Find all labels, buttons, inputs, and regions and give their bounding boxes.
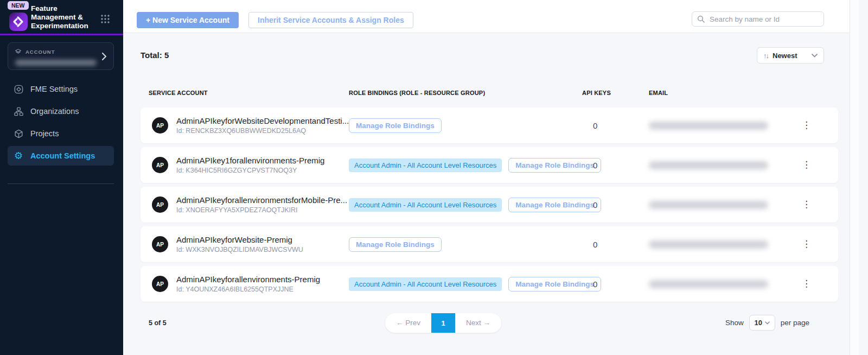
accent-divider	[0, 34, 123, 35]
column-header-role-bindings: ROLE BINDINGS (ROLE - RESOURCE GROUP)	[349, 90, 582, 96]
inherit-service-accounts-button[interactable]: Inherit Service Accounts & Assign Roles	[248, 12, 413, 28]
next-page-button[interactable]: Next →	[455, 313, 501, 333]
org-chart-icon	[13, 106, 24, 117]
page-size-control: Show 10 per page	[725, 315, 809, 331]
email-redacted	[649, 161, 768, 169]
pagination-summary: 5 of 5	[149, 319, 167, 327]
table-row: AP AdminAPIkeyforWebsite-Premig Id: WXK3…	[141, 226, 838, 262]
avatar: AP	[152, 117, 168, 134]
service-account-id: Id: Y4OUNXZ46A6IBL6255QTPXJJNE	[176, 286, 320, 293]
sort-selected-value: Newest	[773, 52, 807, 60]
kebab-menu-icon[interactable]: ⋮	[802, 238, 811, 249]
page-size-value: 10	[755, 319, 762, 327]
role-binding-badge: Account Admin - All Account Level Resour…	[349, 277, 502, 291]
search-input[interactable]	[692, 11, 824, 27]
sidebar-header: NEW Feature Management & Experimentation	[0, 0, 123, 34]
service-account-id: Id: RENCKBZ3XQ6UBBWWEDKD25L6AQ	[176, 127, 349, 135]
sidebar-item-fme-settings[interactable]: FME Settings	[8, 79, 114, 99]
avatar: AP	[152, 276, 168, 292]
per-page-label: per page	[781, 319, 809, 327]
account-name-redacted	[15, 60, 97, 66]
table-row: AP AdminAPIkeyforWebsiteDevelopmentandTe…	[141, 107, 838, 143]
service-account-id: Id: WXK3NVOJBQZILIDMAVBJWCSVWU	[176, 246, 303, 253]
app-logo-icon	[9, 12, 28, 31]
role-binding-badge: Account Admin - All Account Level Resour…	[349, 159, 502, 172]
table-row: AP AdminAPIkeyforallenvironments-Premig …	[141, 266, 838, 302]
new-badge: NEW	[8, 1, 29, 10]
main-area: + New Service Account Inherit Service Ac…	[123, 0, 859, 355]
sidebar-item-label: Projects	[30, 129, 59, 138]
service-account-name: AdminAPIkeyforWebsite-Premig	[176, 235, 303, 244]
app-title: Feature Management & Experimentation	[31, 4, 99, 30]
chevron-down-icon	[765, 321, 770, 325]
email-redacted	[649, 280, 768, 288]
page-size-select[interactable]: 10	[749, 315, 775, 331]
email-redacted	[649, 201, 768, 209]
column-header-email: EMAIL	[649, 90, 802, 96]
gear-icon: ⚙	[13, 150, 24, 161]
search-box	[692, 11, 824, 27]
sidebar: NEW Feature Management & Experimentation	[0, 0, 123, 355]
sidebar-item-label: Account Settings	[30, 151, 95, 160]
avatar: AP	[152, 196, 168, 213]
sidebar-item-label: FME Settings	[30, 85, 78, 93]
sidebar-item-label: Organizations	[30, 107, 79, 116]
sidebar-divider	[8, 183, 114, 184]
show-label: Show	[725, 319, 744, 327]
sidebar-item-projects[interactable]: Projects	[8, 124, 114, 143]
api-keys-count: 0	[582, 240, 649, 249]
table-row: AP AdminAPIkeyforallenvironmentsforMobil…	[141, 187, 838, 223]
kebab-menu-icon[interactable]: ⋮	[802, 199, 811, 210]
table-header-row: SERVICE ACCOUNT ROLE BINDINGS (ROLE - RE…	[141, 90, 838, 96]
manage-role-bindings-button[interactable]: Manage Role Bindings	[349, 118, 442, 133]
service-account-table: AP AdminAPIkeyforWebsiteDevelopmentandTe…	[141, 107, 838, 306]
email-redacted	[649, 240, 768, 249]
sidebar-nav: FME Settings Organizations Projects	[8, 79, 114, 168]
service-account-name: AdminAPIkeyforallenvironmentsforMobile-P…	[176, 195, 347, 205]
kebab-menu-icon[interactable]: ⋮	[802, 278, 811, 289]
prev-page-button[interactable]: ← Prev	[385, 313, 431, 333]
api-keys-count: 0	[582, 200, 649, 210]
service-account-id: Id: XNOERAFYYA5XPDEZ7AOQTJKIRI	[176, 206, 347, 214]
avatar: AP	[152, 236, 168, 252]
sort-arrows-icon: ↑↓	[763, 52, 768, 60]
chevron-down-icon	[812, 54, 818, 58]
page-number-active[interactable]: 1	[431, 313, 455, 333]
kebab-menu-icon[interactable]: ⋮	[802, 159, 811, 170]
email-redacted	[649, 122, 768, 130]
column-header-api-keys: API KEYS	[582, 90, 649, 96]
search-icon	[697, 15, 705, 23]
role-binding-badge: Account Admin - All Account Level Resour…	[349, 198, 502, 212]
chevron-right-icon	[101, 52, 107, 61]
api-keys-count: 0	[582, 161, 649, 170]
avatar: AP	[152, 157, 168, 173]
kebab-menu-icon[interactable]: ⋮	[802, 119, 811, 130]
service-account-id: Id: K364HIC5RI6GZGYCPVST7NOQ3Y	[176, 167, 324, 174]
topbar: + New Service Account Inherit Service Ac…	[123, 0, 859, 33]
manage-role-bindings-button[interactable]: Manage Role Bindings	[349, 237, 442, 252]
scrollbar-gutter[interactable]	[850, 0, 859, 355]
column-header-service-account: SERVICE ACCOUNT	[141, 90, 349, 96]
pagination: ← Prev 1 Next →	[385, 313, 501, 333]
api-keys-count: 0	[582, 121, 649, 130]
app-switcher-grid-icon[interactable]	[100, 14, 110, 24]
sort-dropdown[interactable]: ↑↓ Newest	[757, 47, 824, 64]
table-row: AP AdminAPIkey1forallenvironments-Premig…	[141, 147, 838, 183]
cube-icon	[13, 128, 24, 139]
service-account-name: AdminAPIkey1forallenvironments-Premig	[176, 156, 324, 165]
new-service-account-button[interactable]: + New Service Account	[137, 12, 239, 28]
layers-icon	[15, 48, 22, 55]
service-account-name: AdminAPIkeyforallenvironments-Premig	[176, 275, 320, 284]
total-count: Total: 5	[141, 50, 169, 60]
sidebar-item-account-settings[interactable]: ⚙ Account Settings	[8, 146, 114, 166]
content-area: Total: 5 ↑↓ Newest SERVICE ACCOUNT ROLE …	[123, 33, 859, 355]
fme-logo-icon	[13, 84, 24, 94]
api-keys-count: 0	[582, 280, 649, 289]
sidebar-item-organizations[interactable]: Organizations	[8, 102, 114, 121]
account-label: ACCOUNT	[25, 49, 55, 55]
service-account-name: AdminAPIkeyforWebsiteDevelopmentandTesti…	[176, 116, 349, 125]
account-selector[interactable]: ACCOUNT	[8, 42, 114, 70]
